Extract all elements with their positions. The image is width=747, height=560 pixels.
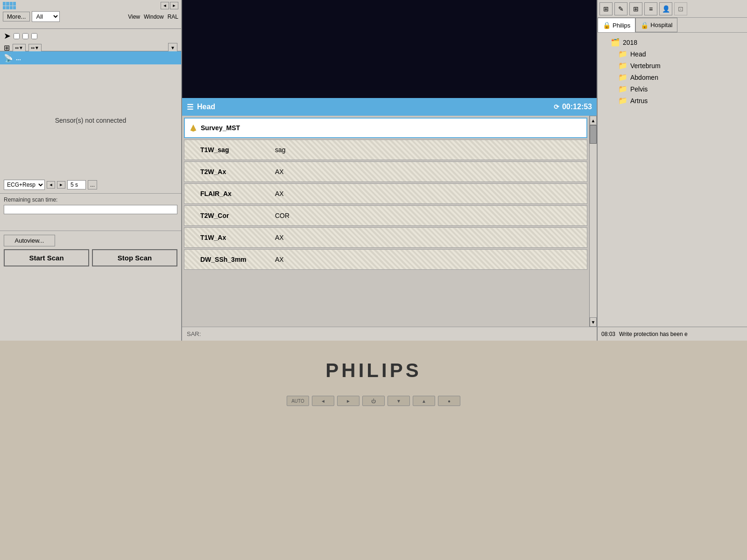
grid-scan-icon bbox=[189, 190, 197, 197]
scan-time-panel: Remaining scan time: bbox=[0, 194, 181, 231]
scrollbar-thumb[interactable] bbox=[590, 125, 597, 144]
head-timer: ⟳ 00:12:53 bbox=[554, 103, 592, 111]
folder-icon: 📁 bbox=[618, 49, 627, 58]
monitor-select-btn[interactable]: ● bbox=[438, 396, 460, 406]
double-arrow-left-btn[interactable]: ⇔▼ bbox=[13, 44, 26, 52]
ecg-right-btn[interactable]: ► bbox=[57, 181, 65, 189]
scan-item-name: T2W_Ax bbox=[200, 168, 266, 175]
tab-hospital[interactable]: 🔒 Hospital bbox=[635, 18, 677, 32]
tree-item-pelvis[interactable]: 📁Pelvis bbox=[601, 83, 743, 95]
start-scan-button[interactable]: Start Scan bbox=[4, 249, 89, 266]
edit-icon-btn[interactable]: ✎ bbox=[614, 2, 627, 15]
sensor-status-text: Sensor(s) not connected bbox=[55, 117, 127, 124]
more-button[interactable]: More... bbox=[3, 12, 30, 21]
scan-list: Survey_MSTT1W_sagsagT2W_AxAXFLAIR_AxAXT2… bbox=[182, 116, 589, 327]
scan-list-scrollbar[interactable]: ▲ ▼ bbox=[589, 116, 597, 327]
layout-icon-btn[interactable]: ⊞ bbox=[599, 2, 613, 15]
pointer-icon: ➤ bbox=[4, 31, 11, 41]
monitor-left-btn[interactable]: ◄ bbox=[312, 396, 334, 406]
scan-item[interactable]: T2W_AxAX bbox=[184, 161, 587, 182]
scroll-left-btn[interactable]: ◄ bbox=[161, 2, 169, 9]
pencil-icon bbox=[190, 124, 197, 132]
monitor-bottom: PHILIPS AUTO ◄ ► ⏻ ▼ ▲ ● bbox=[0, 341, 747, 560]
sensor-header-label: ... bbox=[16, 55, 21, 62]
monitor-power-btn[interactable]: ⏻ bbox=[362, 396, 385, 406]
autoview-button[interactable]: Autoview... bbox=[4, 235, 55, 246]
layout-icon: ⊞ bbox=[4, 43, 10, 52]
scroll-right-btn[interactable]: ► bbox=[170, 2, 178, 9]
grid-icon bbox=[3, 2, 16, 9]
head-menu-icon: ☰ bbox=[187, 103, 193, 112]
folder-icon: 📁 bbox=[618, 73, 627, 82]
view-checkbox[interactable] bbox=[14, 33, 20, 39]
scan-item-name: FLAIR_Ax bbox=[200, 190, 266, 197]
status-message: Write protection has been e bbox=[619, 331, 688, 337]
lock-icon-philips: 🔒 bbox=[603, 21, 611, 29]
sensor-antenna-icon: 📡 bbox=[4, 54, 13, 63]
person-icon-btn[interactable]: 👤 bbox=[659, 2, 672, 15]
monitor-down-btn[interactable]: ▼ bbox=[388, 396, 410, 406]
ral-label: RAL bbox=[168, 14, 178, 20]
timer-spin-icon: ⟳ bbox=[554, 103, 559, 111]
ral-checkbox[interactable] bbox=[31, 33, 37, 39]
head-title: ☰ Head bbox=[187, 103, 215, 112]
status-bar: 08:03 Write protection has been e bbox=[598, 327, 747, 341]
ecg-time-input[interactable] bbox=[67, 180, 86, 189]
list-view-btn[interactable]: ≡ bbox=[644, 2, 657, 15]
center-panel: ☰ Head ⟳ 00:12:53 Survey_MSTT1W_sagsagT2… bbox=[182, 0, 598, 341]
ecg-type-select[interactable]: ECG+Resp bbox=[4, 180, 45, 190]
extra-icon-btn[interactable]: ⊡ bbox=[674, 2, 687, 15]
tree-item-abdomen[interactable]: 📁Abdomen bbox=[601, 71, 743, 83]
scan-item[interactable]: DW_SSh_3mmAX bbox=[184, 249, 587, 270]
tree-item-head[interactable]: 📁Head bbox=[601, 48, 743, 60]
tree-item-label: Abdomen bbox=[630, 74, 658, 81]
scan-item-orientation: AX bbox=[275, 256, 284, 263]
scan-item-orientation: COR bbox=[275, 212, 289, 219]
timer-value: 00:12:53 bbox=[562, 103, 592, 111]
tree-item-label: Pelvis bbox=[630, 85, 648, 93]
tab-philips[interactable]: 🔒 Philips bbox=[598, 18, 635, 32]
scan-item[interactable]: T2W_CorCOR bbox=[184, 205, 587, 226]
tree-item-label: Head bbox=[630, 50, 646, 58]
scrollbar-down-btn[interactable]: ▼ bbox=[590, 317, 597, 327]
scan-item[interactable]: FLAIR_AxAX bbox=[184, 183, 587, 204]
ecg-more-btn[interactable]: ... bbox=[88, 180, 97, 189]
monitor-controls: AUTO ◄ ► ⏻ ▼ ▲ ● bbox=[287, 396, 460, 406]
right-panel: ⊞ ✎ ⊞ ≡ 👤 ⊡ 🔒 Philips 🔒 Hospital bbox=[598, 0, 747, 341]
scan-item-orientation: AX bbox=[275, 168, 284, 175]
double-arrow-right-btn[interactable]: ⇔▼ bbox=[28, 44, 42, 52]
view-label: View bbox=[128, 14, 140, 20]
stop-scan-button[interactable]: Stop Scan bbox=[92, 249, 177, 266]
grid-scan-icon bbox=[189, 146, 197, 154]
left-panel: ◄ ► More... All View Window RAL bbox=[0, 0, 182, 341]
tree-item-label: 2018 bbox=[623, 39, 637, 46]
scan-item-orientation: AX bbox=[275, 234, 284, 241]
monitor-auto-btn[interactable]: AUTO bbox=[287, 396, 309, 406]
screen: ◄ ► More... All View Window RAL bbox=[0, 0, 747, 341]
scrollbar-up-btn[interactable]: ▲ bbox=[590, 116, 597, 125]
monitor-up-btn[interactable]: ▲ bbox=[413, 396, 435, 406]
ecg-panel: ECG+Resp ◄ ► ... bbox=[0, 176, 181, 194]
remaining-scan-label: Remaining scan time: bbox=[4, 196, 177, 203]
tree-item-label: Vertebrum bbox=[630, 62, 661, 70]
scan-item[interactable]: T1W_sagsag bbox=[184, 140, 587, 160]
folder-icon: 📁 bbox=[618, 84, 627, 93]
tree-item-artrus[interactable]: 📁Artrus bbox=[601, 95, 743, 106]
tree-item-vertebrum[interactable]: 📁Vertebrum bbox=[601, 60, 743, 71]
head-title-text: Head bbox=[197, 103, 215, 111]
ecg-left-btn[interactable]: ◄ bbox=[47, 181, 55, 189]
scan-item[interactable]: Survey_MST bbox=[184, 118, 587, 138]
scan-item-orientation: sag bbox=[275, 146, 286, 154]
grid-view-btn[interactable]: ⊞ bbox=[629, 2, 642, 15]
monitor-right-btn[interactable]: ► bbox=[337, 396, 359, 406]
scan-time-progress-bar bbox=[4, 205, 177, 214]
tree-item-2018[interactable]: 🗂️2018 bbox=[601, 36, 743, 48]
scan-item-name: Survey_MST bbox=[201, 124, 266, 132]
window-checkbox[interactable] bbox=[22, 33, 28, 39]
window-label: Window bbox=[144, 14, 164, 20]
dropdown-btn[interactable]: ▼ bbox=[168, 43, 177, 52]
scan-item-name: DW_SSh_3mm bbox=[200, 256, 266, 263]
all-select[interactable]: All bbox=[32, 11, 60, 22]
scrollbar-track bbox=[590, 125, 597, 317]
scan-item[interactable]: T1W_AxAX bbox=[184, 227, 587, 248]
